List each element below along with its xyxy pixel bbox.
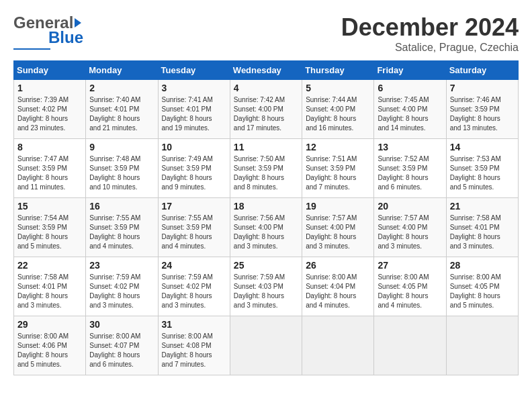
day-number: 9 (89, 142, 154, 152)
calendar-week-5: 29Sunrise: 8:00 AMSunset: 4:06 PMDayligh… (14, 316, 519, 375)
calendar-week-4: 22Sunrise: 7:58 AMSunset: 4:01 PMDayligh… (14, 257, 519, 316)
calendar-cell: 24Sunrise: 7:59 AMSunset: 4:02 PMDayligh… (158, 257, 230, 316)
day-info: Sunrise: 7:39 AMSunset: 4:02 PMDaylight:… (17, 95, 82, 133)
calendar-table: SundayMondayTuesdayWednesdayThursdayFrid… (13, 60, 519, 375)
col-header-thursday: Thursday (302, 61, 374, 80)
calendar-cell: 9Sunrise: 7:48 AMSunset: 3:59 PMDaylight… (86, 139, 158, 198)
day-number: 15 (17, 201, 82, 212)
calendar-cell: 15Sunrise: 7:54 AMSunset: 3:59 PMDayligh… (14, 198, 86, 257)
calendar-cell: 16Sunrise: 7:55 AMSunset: 3:59 PMDayligh… (86, 198, 158, 257)
day-number: 4 (234, 83, 298, 93)
calendar-cell: 19Sunrise: 7:57 AMSunset: 4:00 PMDayligh… (302, 198, 374, 257)
calendar-cell: 28Sunrise: 8:00 AMSunset: 4:05 PMDayligh… (446, 257, 518, 316)
day-info: Sunrise: 7:40 AMSunset: 4:01 PMDaylight:… (89, 95, 154, 133)
col-header-wednesday: Wednesday (230, 61, 302, 80)
calendar-cell: 22Sunrise: 7:58 AMSunset: 4:01 PMDayligh… (14, 257, 86, 316)
day-info: Sunrise: 7:41 AMSunset: 4:01 PMDaylight:… (162, 95, 226, 133)
day-number: 19 (306, 201, 370, 212)
day-number: 1 (17, 83, 82, 93)
calendar-week-2: 8Sunrise: 7:47 AMSunset: 3:59 PMDaylight… (14, 139, 519, 198)
day-info: Sunrise: 8:00 AMSunset: 4:05 PMDaylight:… (450, 273, 515, 310)
calendar-cell: 20Sunrise: 7:57 AMSunset: 4:00 PMDayligh… (374, 198, 446, 257)
col-header-saturday: Saturday (446, 61, 518, 80)
calendar-week-1: 1Sunrise: 7:39 AMSunset: 4:02 PMDaylight… (14, 80, 519, 139)
calendar-cell: 17Sunrise: 7:55 AMSunset: 3:59 PMDayligh… (158, 198, 230, 257)
day-number: 7 (450, 83, 515, 93)
day-number: 2 (89, 83, 154, 93)
day-number: 31 (162, 319, 226, 330)
day-info: Sunrise: 7:54 AMSunset: 3:59 PMDaylight:… (17, 214, 82, 251)
calendar-header-row: SundayMondayTuesdayWednesdayThursdayFrid… (14, 61, 519, 80)
day-number: 14 (450, 142, 515, 152)
col-header-friday: Friday (374, 61, 446, 80)
col-header-monday: Monday (86, 61, 158, 80)
day-info: Sunrise: 7:52 AMSunset: 3:59 PMDaylight:… (378, 154, 442, 192)
day-number: 28 (450, 260, 515, 271)
day-number: 24 (162, 260, 226, 271)
calendar-cell (374, 316, 446, 375)
day-info: Sunrise: 7:55 AMSunset: 3:59 PMDaylight:… (162, 214, 226, 251)
month-title: December 2024 (341, 13, 519, 42)
calendar-cell: 4Sunrise: 7:42 AMSunset: 4:00 PMDaylight… (230, 80, 302, 139)
day-number: 5 (306, 83, 370, 93)
col-header-tuesday: Tuesday (158, 61, 230, 80)
day-number: 25 (234, 260, 298, 271)
day-info: Sunrise: 8:00 AMSunset: 4:06 PMDaylight:… (17, 332, 82, 369)
day-info: Sunrise: 8:00 AMSunset: 4:05 PMDaylight:… (378, 273, 442, 310)
day-info: Sunrise: 7:59 AMSunset: 4:02 PMDaylight:… (162, 273, 226, 310)
calendar-cell: 11Sunrise: 7:50 AMSunset: 3:59 PMDayligh… (230, 139, 302, 198)
day-number: 13 (378, 142, 442, 152)
day-info: Sunrise: 7:53 AMSunset: 3:59 PMDaylight:… (450, 154, 515, 192)
logo: General Blue (13, 13, 83, 50)
calendar-cell: 10Sunrise: 7:49 AMSunset: 3:59 PMDayligh… (158, 139, 230, 198)
day-info: Sunrise: 7:48 AMSunset: 3:59 PMDaylight:… (89, 154, 154, 192)
col-header-sunday: Sunday (14, 61, 86, 80)
logo-underline (13, 48, 50, 50)
calendar-cell: 1Sunrise: 7:39 AMSunset: 4:02 PMDaylight… (14, 80, 86, 139)
calendar-cell: 21Sunrise: 7:58 AMSunset: 4:01 PMDayligh… (446, 198, 518, 257)
logo-arrow-icon (75, 18, 81, 28)
day-info: Sunrise: 7:58 AMSunset: 4:01 PMDaylight:… (450, 214, 515, 251)
day-number: 17 (162, 201, 226, 212)
calendar-cell: 14Sunrise: 7:53 AMSunset: 3:59 PMDayligh… (446, 139, 518, 198)
day-info: Sunrise: 7:44 AMSunset: 4:00 PMDaylight:… (306, 95, 370, 133)
day-info: Sunrise: 7:58 AMSunset: 4:01 PMDaylight:… (17, 273, 82, 310)
calendar-cell: 31Sunrise: 8:00 AMSunset: 4:08 PMDayligh… (158, 316, 230, 375)
day-info: Sunrise: 7:57 AMSunset: 4:00 PMDaylight:… (306, 214, 370, 251)
calendar-cell: 23Sunrise: 7:59 AMSunset: 4:02 PMDayligh… (86, 257, 158, 316)
day-info: Sunrise: 7:59 AMSunset: 4:02 PMDaylight:… (89, 273, 154, 310)
day-info: Sunrise: 7:45 AMSunset: 4:00 PMDaylight:… (378, 95, 442, 133)
calendar-cell: 7Sunrise: 7:46 AMSunset: 3:59 PMDaylight… (446, 80, 518, 139)
day-number: 30 (89, 319, 154, 330)
day-info: Sunrise: 7:47 AMSunset: 3:59 PMDaylight:… (17, 154, 82, 192)
day-number: 20 (378, 201, 442, 212)
calendar-cell: 30Sunrise: 8:00 AMSunset: 4:07 PMDayligh… (86, 316, 158, 375)
day-number: 29 (17, 319, 82, 330)
day-number: 6 (378, 83, 442, 93)
day-number: 10 (162, 142, 226, 152)
calendar-week-3: 15Sunrise: 7:54 AMSunset: 3:59 PMDayligh… (14, 198, 519, 257)
calendar-cell (302, 316, 374, 375)
day-number: 27 (378, 260, 442, 271)
calendar-cell: 26Sunrise: 8:00 AMSunset: 4:04 PMDayligh… (302, 257, 374, 316)
day-info: Sunrise: 8:00 AMSunset: 4:07 PMDaylight:… (89, 332, 154, 369)
day-info: Sunrise: 7:50 AMSunset: 3:59 PMDaylight:… (234, 154, 298, 192)
day-number: 22 (17, 260, 82, 271)
calendar-cell: 18Sunrise: 7:56 AMSunset: 4:00 PMDayligh… (230, 198, 302, 257)
day-info: Sunrise: 7:49 AMSunset: 3:59 PMDaylight:… (162, 154, 226, 192)
calendar-cell: 3Sunrise: 7:41 AMSunset: 4:01 PMDaylight… (158, 80, 230, 139)
day-info: Sunrise: 7:57 AMSunset: 4:00 PMDaylight:… (378, 214, 442, 251)
day-number: 11 (234, 142, 298, 152)
calendar-cell (230, 316, 302, 375)
calendar-cell: 13Sunrise: 7:52 AMSunset: 3:59 PMDayligh… (374, 139, 446, 198)
day-number: 23 (89, 260, 154, 271)
page-header: General Blue December 2024 Satalice, Pra… (13, 13, 519, 54)
calendar-cell: 6Sunrise: 7:45 AMSunset: 4:00 PMDaylight… (374, 80, 446, 139)
day-info: Sunrise: 8:00 AMSunset: 4:04 PMDaylight:… (306, 273, 370, 310)
day-info: Sunrise: 7:51 AMSunset: 3:59 PMDaylight:… (306, 154, 370, 192)
calendar-cell (446, 316, 518, 375)
day-number: 21 (450, 201, 515, 212)
location: Satalice, Prague, Czechia (341, 42, 519, 54)
day-number: 18 (234, 201, 298, 212)
day-number: 26 (306, 260, 370, 271)
